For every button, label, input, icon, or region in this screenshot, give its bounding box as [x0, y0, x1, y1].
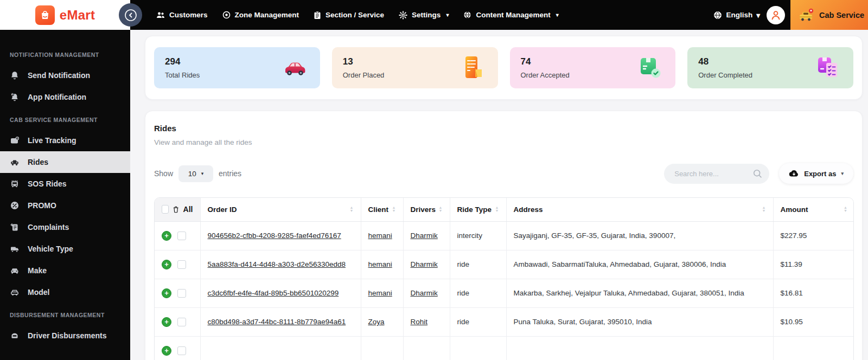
table-row: + c3dc6fbf-e4fe-4fad-89b5-bb6501020299 h…: [155, 279, 854, 307]
stats-panel: 294 Total Rides 13 Order Placed 74 Order…: [145, 36, 863, 100]
address-cell: Sayajiganj, GF-35, GF-35, Gujarat, India…: [506, 221, 773, 250]
delete-all-icon: [173, 205, 178, 214]
make-icon: [10, 266, 20, 275]
stat-value: 294: [165, 56, 200, 67]
row-checkbox[interactable]: [177, 346, 186, 355]
chevron-down-icon: ▾: [201, 171, 204, 176]
page-size-select[interactable]: 10 ▾: [178, 165, 213, 182]
sidebar-item-send-notification[interactable]: Send Notification: [0, 65, 130, 86]
column-header-order-id[interactable]: Order ID▲▼: [200, 198, 361, 221]
cloud-download-icon: [789, 170, 799, 178]
stat-label: Order Completed: [698, 71, 752, 79]
address-cell: Makarba, Sarkhej, Vejalpur Taluka, Ahmed…: [506, 279, 773, 307]
driver-link[interactable]: Rohit: [411, 318, 428, 326]
sidebar-section-title: CAB SERVICE MANAGEMENT: [0, 108, 130, 130]
column-header-address[interactable]: Address▲▼: [506, 198, 773, 221]
table-header-row: All Order ID▲▼ Client▲▼ Drivers▲▼ Ride T…: [155, 198, 854, 221]
language-selector[interactable]: English ▾: [713, 11, 760, 20]
stat-label: Total Rides: [165, 71, 200, 79]
nav-item-section-service[interactable]: Section / Service: [314, 11, 384, 20]
order-id-link[interactable]: 904656b2-cfbb-4208-9285-faef4ed76167: [208, 232, 341, 240]
taxi-icon: [798, 8, 814, 22]
client-link[interactable]: hemani: [368, 232, 392, 240]
sidebar-item-make[interactable]: Make: [0, 260, 130, 281]
order-accepted-icon: [637, 56, 663, 80]
amount-cell: $10.95: [773, 307, 854, 336]
sort-icon: ▲▼: [350, 206, 354, 213]
order-id-link[interactable]: c80bd498-a3d7-44bc-8111-8b779ae94a61: [208, 318, 346, 326]
nav-item-settings[interactable]: Settings ▾: [399, 11, 449, 20]
expand-row-button[interactable]: +: [162, 231, 171, 241]
order-placed-icon: [460, 56, 486, 80]
taxi-side-icon: [10, 157, 20, 167]
order-id-link[interactable]: c3dc6fbf-e4fe-4fad-89b5-bb6501020299: [208, 289, 339, 297]
promo-icon: [10, 201, 20, 210]
sort-icon: ▲▼: [762, 206, 766, 213]
address-cell: [506, 336, 773, 360]
sidebar-collapse-button[interactable]: [119, 3, 142, 27]
client-link[interactable]: hemani: [368, 260, 392, 268]
expand-row-button[interactable]: +: [162, 260, 171, 269]
column-header-select-all[interactable]: All: [155, 198, 200, 221]
sidebar-section-title: NOTIFICATION MANAGEMENT: [0, 43, 130, 65]
select-all-checkbox[interactable]: [162, 205, 169, 214]
table-controls: Show 10 ▾ entries Export as ▾: [154, 163, 853, 184]
column-header-ride-type[interactable]: Ride Type▲▼: [450, 198, 506, 221]
client-link[interactable]: hemani: [368, 289, 392, 297]
nav-item-content-management[interactable]: Content Management ▾: [463, 11, 558, 19]
search-box: [664, 164, 769, 184]
stat-card-order-accepted: 74 Order Accepted: [510, 47, 676, 88]
sidebar-item-rides[interactable]: Rides: [0, 151, 130, 173]
row-checkbox[interactable]: [177, 260, 186, 269]
nav-item-zone-management[interactable]: Zone Management: [222, 11, 299, 19]
amount-cell: $227.95: [773, 221, 854, 250]
page-title: Rides: [154, 124, 853, 133]
chevron-down-icon: ▾: [556, 12, 559, 18]
arrow-left-circle-icon: [124, 8, 138, 22]
driver-link[interactable]: Dharmik: [411, 260, 438, 268]
stat-value: 13: [343, 56, 385, 67]
column-header-amount[interactable]: Amount▲▼: [773, 198, 854, 221]
expand-row-button[interactable]: +: [162, 317, 171, 327]
column-header-client[interactable]: Client▲▼: [361, 198, 403, 221]
nav-item-customers[interactable]: Customers: [156, 11, 208, 19]
driver-link[interactable]: Dharmik: [411, 232, 438, 240]
ride-type-cell: ride: [450, 307, 506, 336]
sidebar-item-sos-rides[interactable]: SOS Rides: [0, 173, 130, 195]
bell-icon: [10, 70, 20, 80]
tracking-icon: [10, 136, 20, 145]
column-header-drivers[interactable]: Drivers▲▼: [403, 198, 450, 221]
stat-value: 48: [698, 56, 752, 67]
sidebar-item-app-notification[interactable]: 2 App Notification: [0, 86, 130, 108]
driver-link[interactable]: Dharmik: [411, 289, 438, 297]
content-icon: [463, 11, 471, 19]
sidebar-item-live-tracking[interactable]: Live Tracking: [0, 130, 130, 151]
model-icon: [10, 287, 20, 297]
order-completed-icon: [815, 56, 841, 80]
row-checkbox[interactable]: [177, 232, 186, 240]
avatar[interactable]: [767, 6, 785, 24]
ride-type-cell: ride: [450, 250, 506, 279]
row-checkbox[interactable]: [177, 318, 186, 326]
client-link[interactable]: Zoya: [368, 318, 385, 326]
sidebar-item-model[interactable]: Model: [0, 281, 130, 303]
disbursement-icon: [10, 331, 20, 340]
stat-card-total-rides: 294 Total Rides: [154, 47, 320, 88]
vehicle-type-icon: [10, 244, 20, 254]
expand-row-button[interactable]: +: [162, 288, 171, 298]
sidebar-item-vehicle-type[interactable]: Vehicle Type: [0, 238, 130, 260]
table-row: +: [155, 336, 854, 360]
sidebar-item-driver-disbursements[interactable]: Driver Disbursements: [0, 325, 130, 346]
entries-label: entries: [219, 169, 241, 178]
export-button[interactable]: Export as ▾: [779, 163, 853, 184]
main-content: 294 Total Rides 13 Order Placed 74 Order…: [130, 30, 868, 360]
sidebar-item-promo[interactable]: PROMO: [0, 195, 130, 216]
row-checkbox[interactable]: [177, 289, 186, 298]
cab-service-badge[interactable]: Cab Service: [790, 0, 868, 30]
order-id-link[interactable]: 5aa883fa-d414-4d48-a303-d2e56330edd8: [208, 260, 346, 268]
sidebar-section-title: DISBURSEMENT MANAGEMENT: [0, 303, 130, 325]
expand-row-button[interactable]: +: [162, 346, 171, 356]
amount-cell: $11.39: [773, 250, 854, 279]
sidebar-item-complaints[interactable]: Complaints: [0, 216, 130, 238]
brand[interactable]: eMart: [0, 0, 130, 30]
